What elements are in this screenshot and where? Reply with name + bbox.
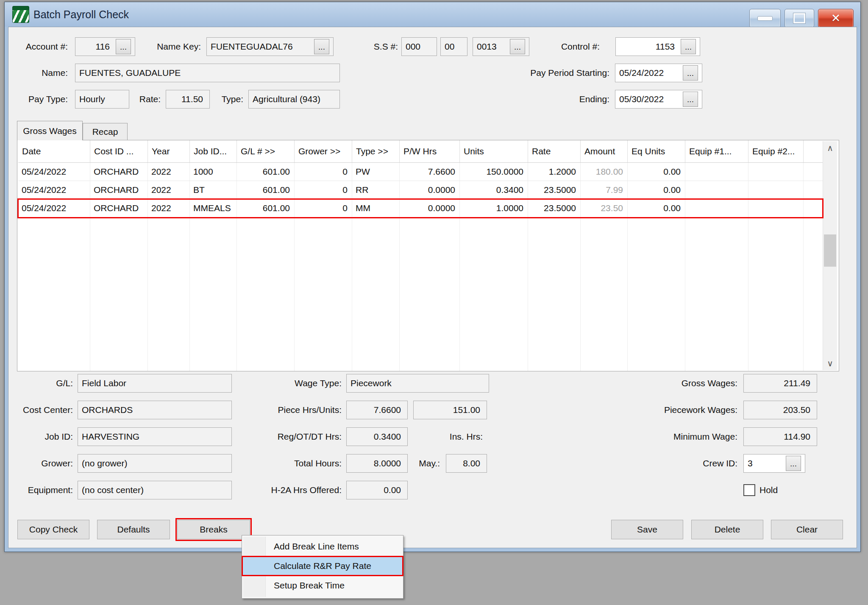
- may-hrs-field[interactable]: 8.00: [446, 454, 487, 473]
- cell-job_id: [190, 253, 237, 271]
- cell-amount: 7.99: [581, 181, 628, 199]
- defaults-button[interactable]: Defaults: [97, 520, 170, 539]
- type-value: Agricultural (943): [253, 94, 320, 104]
- pay-period-starting-field[interactable]: 05/24/2022 ...: [615, 64, 702, 82]
- grid-scrollbar[interactable]: ∧ ∨: [823, 141, 837, 370]
- cell-year: 2022: [148, 181, 190, 199]
- tab-recap[interactable]: Recap: [83, 123, 128, 140]
- save-button[interactable]: Save: [611, 520, 683, 539]
- cell-equip1: [685, 199, 748, 217]
- cell-amount: [581, 271, 628, 289]
- cell-date: [18, 253, 90, 271]
- cell-filler: [804, 217, 823, 235]
- account-field[interactable]: 116 ...: [75, 37, 135, 56]
- h2a-hrs-offered-field[interactable]: 0.00: [346, 481, 408, 499]
- table-row[interactable]: 05/24/2022ORCHARD20221000601.000PW7.6600…: [18, 163, 823, 181]
- cell-eq_units: 0.00: [628, 163, 685, 181]
- gl-value: Field Labor: [82, 378, 126, 388]
- ssn-lookup-button[interactable]: ...: [510, 39, 525, 54]
- ssn-value-2: 00: [445, 42, 454, 52]
- scrollbar-thumb[interactable]: [824, 234, 836, 267]
- ending-field[interactable]: 05/30/2022 ...: [615, 90, 702, 109]
- type-field[interactable]: Agricultural (943): [248, 90, 340, 109]
- piecework-wages-field[interactable]: 203.50: [743, 401, 817, 419]
- cell-pw_hrs: 0.0000: [400, 199, 460, 217]
- cell-eq_units: 0.00: [628, 199, 685, 217]
- piece-hrs-field[interactable]: 7.6600: [346, 401, 408, 419]
- ending-label: Ending:: [499, 90, 609, 109]
- crew-id-field[interactable]: 3 ...: [743, 454, 805, 473]
- copy-check-button[interactable]: Copy Check: [17, 520, 89, 539]
- cell-eq_units: 0.00: [628, 181, 685, 199]
- name-key-lookup-button[interactable]: ...: [314, 39, 329, 54]
- scroll-up-icon[interactable]: ∧: [823, 141, 837, 155]
- hold-checkbox[interactable]: [743, 484, 755, 496]
- minimum-wage-field[interactable]: 114.90: [743, 427, 817, 446]
- cell-cost_id: [90, 360, 148, 371]
- job-id-field[interactable]: HARVESTING: [78, 427, 232, 446]
- breaks-button[interactable]: Breaks: [177, 520, 250, 539]
- menu-item-add-break-line-items[interactable]: Add Break Line Items: [242, 537, 403, 556]
- cell-date: [18, 289, 90, 307]
- cell-equip2: [748, 181, 804, 199]
- delete-button[interactable]: Delete: [691, 520, 763, 539]
- cell-eq_units: [628, 235, 685, 253]
- wage-type-field[interactable]: Piecework: [346, 374, 489, 393]
- type-label: Type:: [201, 90, 243, 109]
- name-key-label: Name Key:: [142, 37, 201, 56]
- cell-year: [148, 271, 190, 289]
- gross-wages-field[interactable]: 211.49: [743, 374, 817, 393]
- maximize-icon: [793, 13, 805, 23]
- empty-row: [18, 217, 823, 235]
- ssn-field-2[interactable]: 00: [440, 37, 467, 56]
- ssn-field-3[interactable]: 0013 ...: [473, 37, 529, 56]
- account-lookup-button[interactable]: ...: [116, 39, 131, 54]
- close-button[interactable]: ✕: [818, 9, 854, 28]
- tab-gross-wages[interactable]: Gross Wages: [17, 121, 83, 140]
- gross-wages-grid-panel: DateCost ID ...YearJob ID...G/L # >>Grow…: [17, 140, 839, 371]
- grower-field[interactable]: (no grower): [78, 454, 232, 473]
- cell-equip1: [685, 324, 748, 342]
- cell-equip2: [748, 199, 804, 217]
- window-controls: ✕: [749, 9, 854, 28]
- name-field[interactable]: FUENTES, GUADALUPE: [75, 64, 340, 82]
- cell-cost_id: [90, 253, 148, 271]
- control-lookup-button[interactable]: ...: [681, 39, 696, 54]
- gl-field[interactable]: Field Labor: [78, 374, 232, 393]
- cell-date: [18, 324, 90, 342]
- menu-item-calculate-r-r-pay-rate[interactable]: Calculate R&R Pay Rate: [242, 556, 403, 576]
- ending-picker-button[interactable]: ...: [683, 92, 698, 107]
- cell-cost_id: ORCHARD: [90, 181, 148, 199]
- maximize-button[interactable]: [785, 9, 814, 28]
- ins-hrs-label: Ins. Hrs:: [423, 427, 483, 446]
- name-key-field[interactable]: FUENTEGUADAL76 ...: [206, 37, 334, 56]
- cell-grower: [295, 360, 352, 371]
- table-row[interactable]: 05/24/2022ORCHARD2022MMEALS601.000MM0.00…: [18, 199, 823, 217]
- cost-center-field[interactable]: ORCHARDS: [78, 401, 232, 419]
- menu-item-setup-break-time[interactable]: Setup Break Time: [242, 576, 403, 595]
- cell-filler: [804, 360, 823, 371]
- reg-ot-dt-hrs-field[interactable]: 0.3400: [346, 427, 408, 446]
- ending-value: 05/30/2022: [619, 94, 664, 104]
- cell-gl: [237, 342, 295, 360]
- table-row[interactable]: 05/24/2022ORCHARD2022BT601.000RR0.00000.…: [18, 181, 823, 199]
- pay-period-starting-picker-button[interactable]: ...: [683, 65, 698, 81]
- cell-type: MM: [352, 199, 400, 217]
- cell-filler: [804, 235, 823, 253]
- clear-button[interactable]: Clear: [771, 520, 843, 539]
- cell-eq_units: [628, 307, 685, 324]
- minimize-button[interactable]: [749, 9, 781, 28]
- crew-id-lookup-button[interactable]: ...: [786, 456, 801, 471]
- scroll-down-icon[interactable]: ∨: [823, 357, 837, 370]
- cell-gl: [237, 324, 295, 342]
- batch-payroll-check-window: Batch Payroll Check ✕ Account #: 116 ...…: [4, 2, 861, 552]
- piece-units-field[interactable]: 151.00: [413, 401, 487, 419]
- cell-equip2: [748, 217, 804, 235]
- minimize-icon: [757, 16, 773, 21]
- minimum-wage-value: 114.90: [784, 432, 810, 442]
- ssn-field-1[interactable]: 000: [401, 37, 437, 56]
- control-field[interactable]: 1153 ...: [615, 37, 700, 56]
- cell-filler: [804, 324, 823, 342]
- equipment-field[interactable]: (no cost center): [78, 481, 232, 499]
- total-hours-label: Total Hours:: [237, 454, 342, 473]
